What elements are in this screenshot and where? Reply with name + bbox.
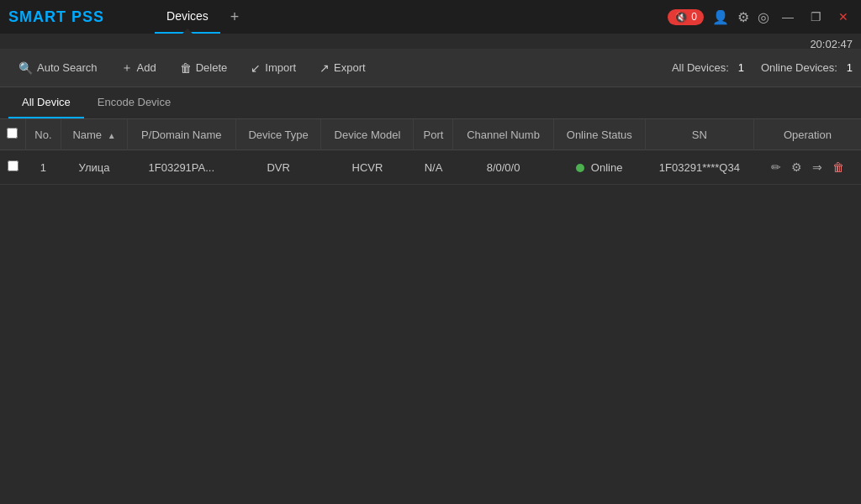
header-operation: Operation: [753, 119, 861, 150]
alert-count: 0: [691, 11, 697, 23]
search-icon: 🔍: [18, 61, 33, 75]
status-text: Online: [591, 161, 623, 174]
header-sn: SN: [645, 119, 753, 150]
add-button[interactable]: ＋ Add: [111, 56, 166, 80]
add-icon: ＋: [121, 60, 133, 76]
header-model: Device Model: [321, 119, 414, 150]
logo-pss: PSS: [71, 8, 104, 25]
add-label: Add: [137, 61, 156, 74]
import-button[interactable]: ↙ Import: [240, 57, 306, 79]
cell-status: Online: [553, 150, 645, 185]
import-label: Import: [265, 61, 296, 74]
user-icon[interactable]: 👤: [712, 9, 729, 25]
table-header-row: No. Name ▲ P/Domain Name Device Type Dev…: [0, 119, 861, 150]
restore-button[interactable]: ❐: [806, 8, 826, 25]
cell-port: N/A: [414, 150, 453, 185]
export-label: Export: [334, 61, 366, 74]
online-devices-label: Online Devices: 1: [761, 61, 853, 74]
header-no: No.: [25, 119, 61, 150]
cell-no: 1: [25, 150, 61, 185]
header-port: Port: [414, 119, 453, 150]
table-container: No. Name ▲ P/Domain Name Device Type Dev…: [0, 119, 861, 185]
delete-row-button[interactable]: 🗑: [829, 159, 848, 176]
cell-name: Улица: [61, 150, 127, 185]
all-devices-count: 1: [738, 61, 744, 74]
online-indicator: [576, 164, 584, 172]
add-tab-button[interactable]: +: [227, 5, 243, 29]
header-name[interactable]: Name ▲: [61, 119, 127, 150]
logo-smart: SMART: [8, 8, 66, 25]
header-status: Online Status: [553, 119, 645, 150]
close-button[interactable]: ✕: [834, 8, 853, 25]
all-devices-label: All Devices: 1: [672, 61, 744, 74]
tab-encode-device[interactable]: Encode Device: [84, 87, 184, 118]
speaker-icon: 🔇: [674, 11, 688, 24]
delete-label: Delete: [196, 61, 228, 74]
delete-button[interactable]: 🗑 Delete: [170, 57, 238, 79]
tab-all-device[interactable]: All Device: [8, 87, 84, 118]
header-type: Device Type: [235, 119, 321, 150]
app-logo: SMART PSS: [8, 8, 104, 26]
row-checkbox-cell: [0, 150, 25, 185]
auto-search-button[interactable]: 🔍 Auto Search: [8, 57, 108, 79]
export-icon: ↗: [320, 61, 330, 75]
devices-summary: All Devices: 1 Online Devices: 1: [672, 61, 853, 74]
row-checkbox[interactable]: [8, 160, 18, 171]
settings-icon[interactable]: ⚙: [737, 9, 749, 25]
table-body: 1 Улица 1F03291PA... DVR HCVR N/A 8/0/0/…: [0, 150, 861, 185]
tab-devices[interactable]: Devices: [155, 0, 220, 34]
sort-icon: ▲: [108, 131, 116, 140]
delete-icon: 🗑: [180, 61, 192, 75]
devices-table: No. Name ▲ P/Domain Name Device Type Dev…: [0, 119, 861, 185]
minimize-button[interactable]: —: [778, 8, 798, 25]
cell-model: HCVR: [321, 150, 414, 185]
export-button[interactable]: ↗ Export: [309, 57, 376, 79]
table-row: 1 Улица 1F03291PA... DVR HCVR N/A 8/0/0/…: [0, 150, 861, 185]
config-button[interactable]: ⚙: [788, 159, 806, 176]
import-icon: ↙: [251, 61, 261, 75]
connect-button[interactable]: ⇒: [809, 159, 826, 176]
auto-search-label: Auto Search: [37, 61, 98, 74]
select-all-checkbox[interactable]: [7, 128, 18, 139]
online-devices-count: 1: [847, 61, 853, 74]
cell-ip: 1F03291PA...: [127, 150, 235, 185]
header-channels: Channel Numb: [453, 119, 553, 150]
activity-icon[interactable]: ◎: [758, 9, 769, 25]
cell-operation: ✏ ⚙ ⇒ 🗑: [753, 150, 861, 185]
alert-badge[interactable]: 🔇 0: [668, 9, 704, 25]
cell-sn: 1F03291****Q34: [645, 150, 753, 185]
title-bar: SMART PSS Devices + 🔇 0 👤 ⚙ ◎ — ❐ ✕ 20:0…: [0, 0, 861, 34]
device-tabs: All Device Encode Device: [0, 87, 861, 119]
toolbar: 🔍 Auto Search ＋ Add 🗑 Delete ↙ Import ↗ …: [0, 49, 861, 87]
titlebar-right: 🔇 0 👤 ⚙ ◎ — ❐ ✕: [668, 8, 853, 25]
time-display: 20:02:47: [810, 38, 853, 50]
cell-type: DVR: [235, 150, 321, 185]
edit-button[interactable]: ✏: [768, 159, 784, 176]
cell-channels: 8/0/0/0: [453, 150, 553, 185]
header-ip: P/Domain Name: [127, 119, 235, 150]
header-checkbox-cell: [0, 119, 25, 150]
